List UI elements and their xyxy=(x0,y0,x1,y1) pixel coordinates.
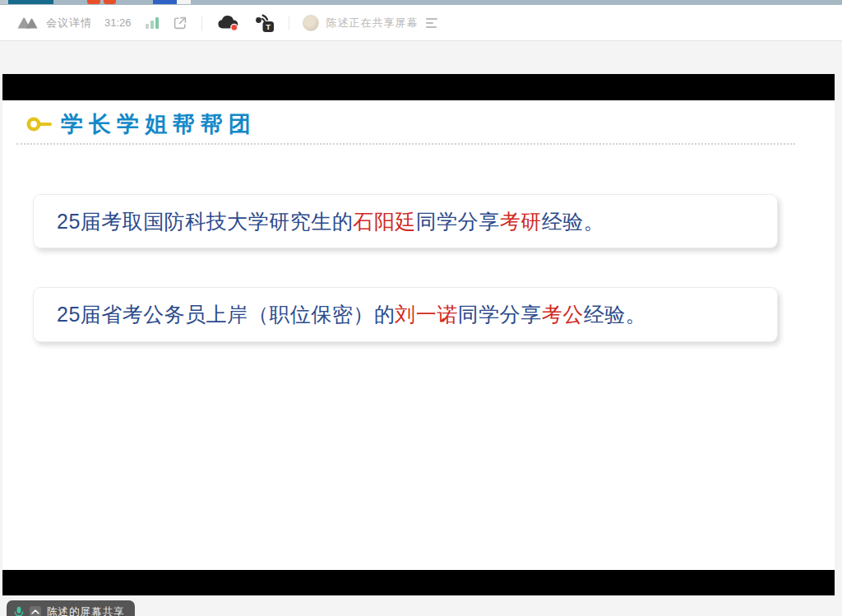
strip-segment xyxy=(0,0,8,4)
shared-screen-area: 学长学姐帮帮团 25届考取国防科技大学研究生的石阳廷同学分享考研经验。 25届省… xyxy=(0,41,842,616)
presenter-avatar xyxy=(303,15,319,31)
strip-segment xyxy=(177,0,191,4)
svg-text:T: T xyxy=(266,22,271,31)
key-icon xyxy=(25,115,53,133)
meeting-top-bar: 会议详情 31:26 T 陈述正在共享屏幕 xyxy=(0,5,842,41)
menu-lines-icon[interactable] xyxy=(426,18,437,28)
slide-title-row: 学长学姐帮帮团 xyxy=(2,100,835,138)
screen-share-pill[interactable]: 陈述的屏幕共享 xyxy=(7,600,135,616)
strip-segment xyxy=(8,0,53,4)
experience-card-1: 25届考取国防科技大学研究生的石阳廷同学分享考研经验。 xyxy=(33,194,778,248)
slide-black-band-bottom xyxy=(2,570,835,595)
network-signal-icon[interactable] xyxy=(146,17,159,29)
microphone-icon[interactable] xyxy=(14,606,24,616)
cloud-recording-icon[interactable] xyxy=(215,13,240,32)
share-pill-label: 陈述的屏幕共享 xyxy=(47,605,125,616)
slide-content: 学长学姐帮帮团 25届考取国防科技大学研究生的石阳廷同学分享考研经验。 25届省… xyxy=(2,100,835,570)
strip-segment xyxy=(153,0,177,4)
experience-card-2: 25届省考公务员上岸（职位保密）的刘一诺同学分享考公经验。 xyxy=(33,287,778,342)
divider xyxy=(289,16,289,30)
slide-title: 学长学姐帮帮团 xyxy=(61,110,257,138)
captions-translate-icon[interactable]: T xyxy=(253,13,275,33)
presentation-slide: 学长学姐帮帮团 25届考取国防科技大学研究生的石阳廷同学分享考研经验。 25届省… xyxy=(2,74,835,595)
meeting-details-button[interactable]: 会议详情 xyxy=(46,16,92,30)
meeting-timer: 31:26 xyxy=(104,16,132,29)
collapse-caret-icon[interactable] xyxy=(30,606,41,616)
strip-segment xyxy=(104,0,116,4)
title-underline xyxy=(16,143,795,145)
divider xyxy=(201,16,202,30)
slide-black-band-top xyxy=(2,74,835,100)
open-external-icon[interactable] xyxy=(172,15,188,31)
card-2-text: 25届省考公务员上岸（职位保密）的刘一诺同学分享考公经验。 xyxy=(57,301,646,328)
card-1-text: 25届考取国防科技大学研究生的石阳廷同学分享考研经验。 xyxy=(57,208,604,235)
sharing-status-text: 陈述正在共享屏幕 xyxy=(326,16,419,30)
strip-segment xyxy=(87,0,100,4)
meeting-logo-icon xyxy=(16,16,39,30)
